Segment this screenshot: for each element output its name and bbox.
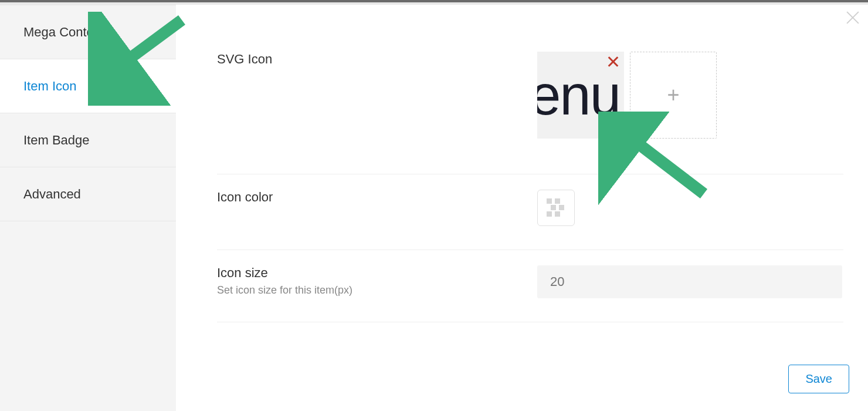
row-icon-size: Icon size Set icon size for this item(px…	[217, 250, 843, 322]
row-label: Icon size Set icon size for this item(px…	[217, 265, 537, 297]
row-control	[537, 265, 843, 298]
row-control: enu +	[537, 52, 843, 139]
row-label: SVG Icon	[217, 52, 537, 67]
icon-color-label: Icon color	[217, 190, 537, 205]
svg-icon-preview-text: enu	[537, 63, 620, 127]
settings-sidebar: Mega Content Item Icon Item Badge Advanc…	[0, 5, 176, 411]
sidebar-item-item-icon[interactable]: Item Icon	[0, 59, 176, 113]
settings-panel: SVG Icon enu + Icon color	[176, 5, 868, 411]
svg-icon-label: SVG Icon	[217, 52, 537, 67]
icon-color-picker[interactable]	[537, 190, 575, 226]
transparent-swatch-icon	[547, 198, 565, 217]
save-button[interactable]: Save	[788, 365, 849, 393]
sidebar-item-item-badge[interactable]: Item Badge	[0, 113, 176, 167]
sidebar-item-advanced[interactable]: Advanced	[0, 167, 176, 221]
row-control	[537, 190, 843, 226]
icon-size-hint: Set icon size for this item(px)	[217, 284, 537, 297]
icon-size-input[interactable]	[537, 265, 842, 298]
svg-icon-preview[interactable]: enu	[537, 52, 624, 139]
sidebar-item-mega-content[interactable]: Mega Content	[0, 5, 176, 59]
row-label: Icon color	[217, 190, 537, 205]
row-svg-icon: SVG Icon enu +	[217, 40, 843, 174]
icon-size-label: Icon size	[217, 265, 537, 281]
sidebar-item-label: Item Icon	[23, 79, 76, 93]
sidebar-item-label: Mega Content	[23, 25, 104, 39]
remove-svg-icon[interactable]	[606, 55, 619, 68]
sidebar-item-label: Item Badge	[23, 133, 90, 147]
plus-icon: +	[667, 83, 679, 107]
row-icon-color: Icon color	[217, 174, 843, 250]
add-svg-icon[interactable]: +	[630, 52, 717, 139]
sidebar-item-label: Advanced	[23, 187, 81, 201]
